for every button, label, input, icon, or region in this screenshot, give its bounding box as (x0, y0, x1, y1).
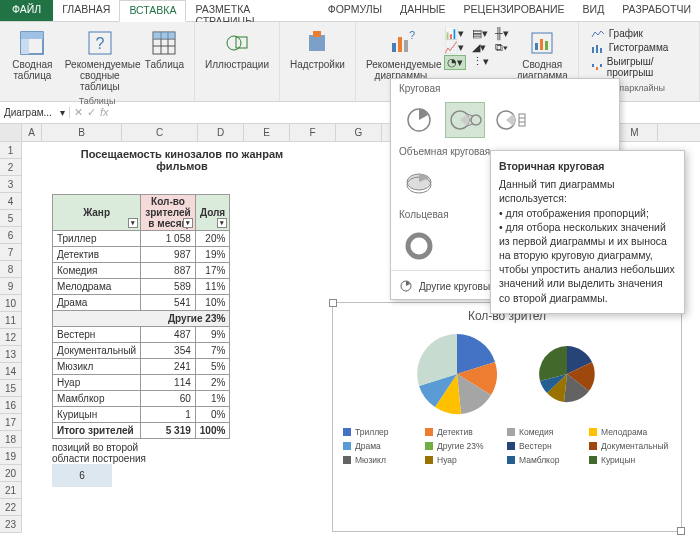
svg-rect-12 (236, 37, 247, 48)
legend-item: Вестерн (507, 441, 589, 451)
svg-rect-35 (519, 114, 525, 126)
select-all-corner[interactable] (0, 124, 22, 141)
row-header[interactable]: 4 (0, 193, 22, 210)
col-header[interactable]: A (22, 124, 42, 141)
row-header[interactable]: 8 (0, 261, 22, 278)
row-header[interactable]: 17 (0, 414, 22, 431)
tab-view[interactable]: ВИД (574, 0, 614, 21)
svg-rect-14 (313, 31, 321, 37)
row-header[interactable]: 22 (0, 499, 22, 516)
row-header[interactable]: 3 (0, 176, 22, 193)
row-header[interactable]: 5 (0, 210, 22, 227)
enter-formula-icon[interactable]: ✓ (87, 106, 96, 119)
tab-review[interactable]: РЕЦЕНЗИРОВАНИЕ (455, 0, 574, 21)
col-header[interactable]: E (244, 124, 290, 141)
legend-item: Другие 23% (425, 441, 507, 451)
tab-formulas[interactable]: ФОРМУЛЫ (319, 0, 391, 21)
chart-type-scatter[interactable]: ⋮▾ (472, 55, 489, 68)
col-header[interactable]: G (336, 124, 382, 141)
sparkline-line-button[interactable]: График (587, 27, 691, 40)
sparkline-winloss-button[interactable]: Выигрыш/проигрыш (587, 55, 691, 79)
table-row: Мюзикл2415% (53, 359, 230, 375)
row-header[interactable]: 2 (0, 159, 22, 176)
group-sparklines-label: Спарклайны (613, 81, 665, 93)
filter-arrow-icon[interactable]: ▾ (217, 218, 227, 228)
tab-file[interactable]: ФАЙЛ (0, 0, 53, 21)
row-header[interactable]: 15 (0, 380, 22, 397)
svg-text:?: ? (95, 35, 104, 52)
svg-point-31 (471, 115, 481, 125)
tab-insert[interactable]: ВСТАВКА (119, 0, 186, 22)
table-row: Документальный3547% (53, 343, 230, 359)
col-header[interactable]: D (198, 124, 244, 141)
svg-rect-17 (404, 40, 408, 52)
name-box[interactable]: Диаграм...▾ (0, 107, 70, 118)
chart-type-stock[interactable]: ╫▾ (495, 27, 509, 40)
ribbon-tabs: ФАЙЛ ГЛАВНАЯ ВСТАВКА РАЗМЕТКА СТРАНИЦЫ Ф… (0, 0, 700, 22)
tab-pagelayout[interactable]: РАЗМЕТКА СТРАНИЦЫ (186, 0, 318, 21)
row-header[interactable]: 18 (0, 431, 22, 448)
col-header[interactable]: F (290, 124, 336, 141)
sparkline-column-button[interactable]: Гистограмма (587, 41, 691, 54)
table-row: Вестерн4879% (53, 327, 230, 343)
pivot-table-button[interactable]: Сводная таблица (6, 25, 59, 94)
table-button[interactable]: Таблица (141, 25, 188, 94)
chart-type-line[interactable]: 📈▾ (444, 41, 466, 54)
pie-icon (399, 279, 413, 293)
header-share[interactable]: Доля▾ (195, 195, 230, 231)
pie-option-secondary-bar[interactable] (491, 102, 531, 138)
filter-arrow-icon[interactable]: ▾ (128, 218, 138, 228)
embedded-chart[interactable]: Кол-во зрител (332, 302, 682, 532)
recommended-pivot-button[interactable]: ? Рекомендуемые сводные таблицы (61, 25, 139, 94)
table-row: Драма54110% (53, 295, 230, 311)
row-header[interactable]: 7 (0, 244, 22, 261)
row-header[interactable]: 1 (0, 142, 22, 159)
row-header[interactable]: 21 (0, 482, 22, 499)
pivot-table-icon (16, 27, 48, 59)
row-header[interactable]: 10 (0, 295, 22, 312)
tooltip-body: Данный тип диаграммы используется: • для… (499, 177, 676, 305)
row-header[interactable]: 14 (0, 363, 22, 380)
primary-pie-icon (402, 329, 512, 419)
row-header[interactable]: 13 (0, 346, 22, 363)
svg-rect-10 (153, 32, 175, 39)
chart-type-bar[interactable]: ▤▾ (472, 27, 489, 40)
illustrations-button[interactable]: Иллюстрации (201, 25, 273, 96)
legend-item: Нуар (425, 455, 507, 465)
pie-option-secondary-pie[interactable] (445, 102, 485, 138)
pie-option-3d[interactable] (399, 165, 439, 201)
filter-arrow-icon[interactable]: ▾ (183, 218, 193, 228)
svg-rect-23 (592, 47, 594, 53)
row-header[interactable]: 12 (0, 329, 22, 346)
tab-home[interactable]: ГЛАВНАЯ (53, 0, 119, 21)
tab-data[interactable]: ДАННЫЕ (391, 0, 455, 21)
doughnut-option[interactable] (399, 228, 439, 264)
svg-rect-16 (398, 37, 402, 52)
legend-item: Детектив (425, 427, 507, 437)
row-header[interactable]: 9 (0, 278, 22, 295)
sheet-title: Посещаемость кинозалов по жанрам фильмов (67, 148, 297, 172)
header-genre[interactable]: Жанр▾ (53, 195, 141, 231)
chart-type-combo[interactable]: ⧉▾ (495, 41, 509, 54)
table-row: Мелодрама58911% (53, 279, 230, 295)
row-header[interactable]: 20 (0, 465, 22, 482)
param-label: позиций во второй области построения (52, 442, 172, 464)
tab-developer[interactable]: РАЗРАБОТЧИ (613, 0, 700, 21)
row-header[interactable]: 11 (0, 312, 22, 329)
row-header[interactable]: 16 (0, 397, 22, 414)
row-header[interactable]: 6 (0, 227, 22, 244)
param-value[interactable]: 6 (52, 464, 112, 487)
chart-type-pie[interactable]: ◔▾ (444, 55, 466, 70)
row-header[interactable]: 19 (0, 448, 22, 465)
cancel-formula-icon[interactable]: ✕ (74, 106, 83, 119)
chart-type-column[interactable]: 📊▾ (444, 27, 466, 40)
legend-item: Мюзикл (343, 455, 425, 465)
header-viewers[interactable]: Кол-во зрителей в месяц▾ (141, 195, 196, 231)
col-header[interactable]: C (122, 124, 198, 141)
col-header[interactable]: B (42, 124, 122, 141)
row-header[interactable]: 23 (0, 516, 22, 533)
addins-button[interactable]: Надстройки (286, 25, 349, 96)
fx-icon[interactable]: fx (100, 106, 109, 119)
chart-type-area[interactable]: ◢▾ (472, 41, 489, 54)
pie-option-2d[interactable] (399, 102, 439, 138)
